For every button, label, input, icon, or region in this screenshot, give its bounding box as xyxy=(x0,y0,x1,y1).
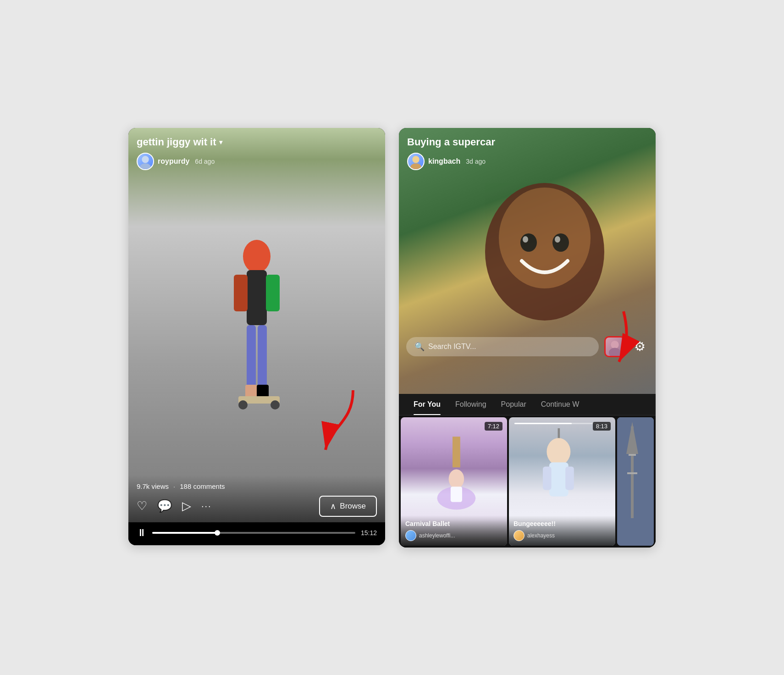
svg-rect-4 xyxy=(234,275,248,311)
thumb-username-1: ashleylewoffi... xyxy=(419,532,455,539)
tab-for-you[interactable]: For You xyxy=(406,394,448,415)
thumb-avatar-1 xyxy=(405,530,416,541)
comments-label: 188 comments xyxy=(180,482,225,490)
search-placeholder: Search IGTV... xyxy=(428,343,476,351)
browse-button[interactable]: Browse xyxy=(319,496,377,517)
more-options-icon[interactable]: ··· xyxy=(201,501,212,511)
svg-point-0 xyxy=(142,156,149,163)
thumb-progress-fill-2 xyxy=(514,423,572,424)
thumb-user-row-2: alexhayess xyxy=(513,530,611,541)
search-icon: 🔍 xyxy=(414,342,425,352)
skater-illustration xyxy=(197,229,316,467)
thumb-avatar-2 xyxy=(513,530,525,541)
thumb-duration-2: 8:13 xyxy=(593,422,611,431)
svg-rect-39 xyxy=(627,472,637,474)
svg-rect-7 xyxy=(258,325,267,389)
svg-rect-35 xyxy=(617,417,654,546)
thumb-info-2: Bungeeeeee!! alexhayess xyxy=(509,515,615,546)
thumb-duration-1: 7:12 xyxy=(485,422,502,431)
svg-point-18 xyxy=(520,233,537,252)
partial-thumb-bg xyxy=(617,417,654,546)
video-thumb-2[interactable]: 8:13 Bungeeeeee!! alexhayess xyxy=(509,417,615,546)
pause-button[interactable]: ⏸ xyxy=(137,527,147,539)
thumb-info-1: Carnival Ballet ashleylewoffi... xyxy=(401,515,507,546)
right-username-label: kingbach xyxy=(428,157,460,166)
time-ago-label: 6d ago xyxy=(195,158,215,165)
svg-point-15 xyxy=(410,163,421,169)
share-icon[interactable]: ▷ xyxy=(182,499,191,513)
thumb-title-2: Bungeeeeee!! xyxy=(513,520,611,527)
svg-point-14 xyxy=(412,156,419,163)
right-avatar[interactable] xyxy=(407,153,425,170)
left-bottom-overlay: 9.7k views · 188 comments ♡ 💬 ▷ ··· Brow… xyxy=(128,475,385,522)
svg-rect-8 xyxy=(245,385,257,398)
svg-point-28 xyxy=(449,469,464,488)
search-area: 🔍 Search IGTV... ⚙ xyxy=(399,336,656,357)
views-label: 9.7k views xyxy=(137,482,169,490)
svg-point-23 xyxy=(609,348,621,355)
left-video-title: gettin jiggy wit it ▾ xyxy=(137,136,222,148)
right-video-background: Buying a supercar kingbach 3d ago xyxy=(399,128,656,394)
stats-row: 9.7k views · 188 comments xyxy=(137,482,377,490)
right-user-row: kingbach 3d ago xyxy=(407,153,495,170)
phone-right: Buying a supercar kingbach 3d ago xyxy=(399,128,656,548)
svg-rect-25 xyxy=(453,437,460,467)
progress-fill xyxy=(152,532,217,534)
actions-row: ♡ 💬 ▷ ··· Browse xyxy=(137,496,377,517)
video-thumb-1[interactable]: 7:12 Carnival Ballet ashleylewoffi... xyxy=(401,417,507,546)
phone-left: gettin jiggy wit it ▾ roypurdy 6d ago xyxy=(128,128,385,545)
time-remaining-label: 15:12 xyxy=(361,529,377,537)
svg-point-21 xyxy=(555,236,560,243)
avatar[interactable] xyxy=(137,153,154,170)
thumb-user-row-1: ashleylewoffi... xyxy=(405,530,502,541)
separator: · xyxy=(173,482,175,490)
left-top-info: gettin jiggy wit it ▾ roypurdy 6d ago xyxy=(137,136,222,170)
right-video-title: Buying a supercar xyxy=(407,136,495,148)
screenshots-container: gettin jiggy wit it ▾ roypurdy 6d ago xyxy=(128,128,656,548)
video-thumb-partial[interactable] xyxy=(617,417,654,546)
right-top-info: Buying a supercar kingbach 3d ago xyxy=(407,136,495,170)
svg-rect-9 xyxy=(257,385,269,398)
left-user-row: roypurdy 6d ago xyxy=(137,153,222,170)
comment-icon[interactable]: 💬 xyxy=(157,499,172,513)
tab-popular[interactable]: Popular xyxy=(494,394,534,415)
svg-point-31 xyxy=(547,438,571,465)
svg-rect-5 xyxy=(266,275,280,311)
svg-point-1 xyxy=(140,163,151,169)
svg-point-11 xyxy=(238,400,248,409)
red-arrow-browse xyxy=(316,386,371,459)
svg-rect-6 xyxy=(247,325,256,389)
username-label: roypurdy xyxy=(158,157,189,166)
tab-following[interactable]: Following xyxy=(448,394,494,415)
search-box[interactable]: 🔍 Search IGTV... xyxy=(406,337,599,356)
person-illustration xyxy=(458,178,632,353)
svg-rect-33 xyxy=(543,466,552,490)
right-time-ago-label: 3d ago xyxy=(466,158,486,165)
tab-continue-watching[interactable]: Continue W xyxy=(534,394,587,415)
thumb-title-1: Carnival Ballet xyxy=(405,520,502,527)
svg-point-12 xyxy=(271,400,280,409)
progress-bar-area: ⏸ 15:12 xyxy=(128,522,385,545)
left-video-background: gettin jiggy wit it ▾ roypurdy 6d ago xyxy=(128,128,385,522)
thumb-username-2: alexhayess xyxy=(527,532,555,539)
progress-dot xyxy=(215,530,220,536)
svg-point-20 xyxy=(523,236,528,243)
chevron-down-icon: ▾ xyxy=(219,138,222,146)
svg-rect-29 xyxy=(451,487,462,502)
svg-rect-34 xyxy=(565,466,574,490)
svg-point-2 xyxy=(243,240,271,273)
progress-track[interactable] xyxy=(152,532,355,534)
video-grid: 7:12 Carnival Ballet ashleylewoffi... xyxy=(399,415,656,548)
tabs-bar: For You Following Popular Continue W xyxy=(399,394,656,415)
svg-rect-3 xyxy=(247,270,267,325)
settings-icon[interactable]: ⚙ xyxy=(631,338,648,355)
profile-icon-button[interactable] xyxy=(604,336,625,357)
svg-point-19 xyxy=(552,233,569,252)
svg-rect-38 xyxy=(629,454,636,456)
svg-point-22 xyxy=(611,340,618,348)
like-icon[interactable]: ♡ xyxy=(137,499,147,513)
